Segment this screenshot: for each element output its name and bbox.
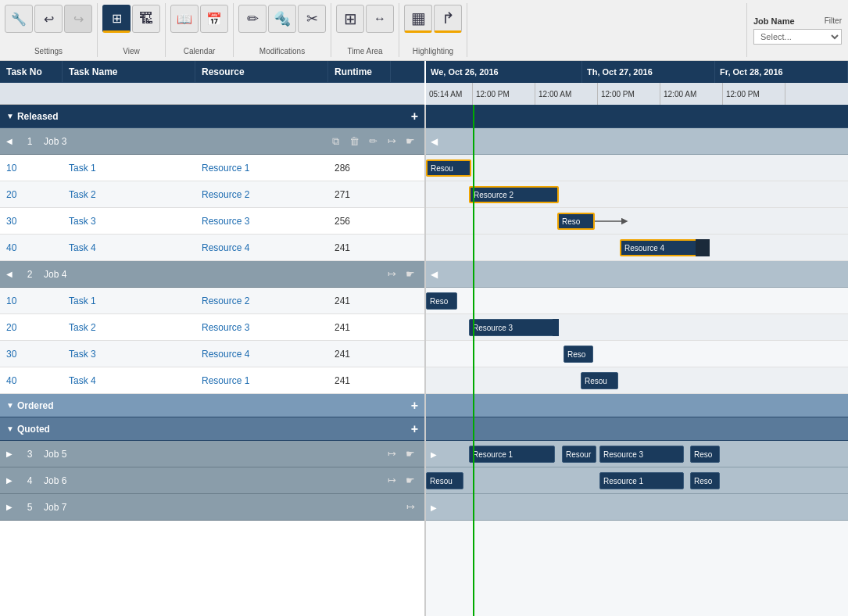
- job6-expand-icon[interactable]: ▶: [6, 476, 13, 485]
- gantt-bar-j2-t40[interactable]: Resou: [581, 372, 618, 389]
- ordered-expand-icon[interactable]: ▼: [6, 401, 14, 410]
- task-no-j2-40[interactable]: 40: [0, 375, 63, 386]
- job2-hand-icon[interactable]: ☛: [403, 267, 418, 282]
- toolbar-group-modifications: ✏ 🔩 ✂ Modifications: [234, 3, 331, 57]
- gantt-bar-j5-1[interactable]: Resource 1: [469, 446, 555, 463]
- gantt-bar-j6-1[interactable]: Resou: [426, 472, 463, 489]
- released-add-button[interactable]: +: [411, 109, 418, 124]
- gantt-job5-row: ▶ Resource 1 Resour Resource 3 Reso: [426, 441, 848, 467]
- calendar-label: Calendar: [184, 47, 216, 56]
- task-no-j2-30[interactable]: 30: [0, 349, 63, 360]
- job5-hand-icon[interactable]: ☛: [403, 446, 418, 462]
- gantt-bar-j1-t30[interactable]: Reso: [557, 213, 595, 230]
- task-no-j1-30[interactable]: 30: [0, 216, 63, 227]
- task-name-j1-10[interactable]: Task 1: [63, 163, 195, 174]
- time-area-compress-button[interactable]: ↔: [366, 5, 394, 33]
- gantt-bar-j1-t20[interactable]: Resource 2: [469, 186, 559, 203]
- section-released[interactable]: ▼ Released +: [0, 105, 424, 128]
- view-layers-button[interactable]: ⊞: [102, 5, 131, 33]
- col-header-resource: Resource: [195, 61, 328, 82]
- job1-hand-icon[interactable]: ☛: [403, 134, 418, 149]
- task-row-j2-t30: 30 Task 3 Resource 4 241: [0, 341, 424, 367]
- gantt-bar-j5-3[interactable]: Resource 3: [599, 446, 684, 463]
- task-no-j1-40[interactable]: 40: [0, 242, 63, 253]
- task-row-j2-t10: 10 Task 1 Resource 2 241: [0, 288, 424, 314]
- gantt-bar-j5-4[interactable]: Reso: [690, 446, 720, 463]
- gantt-section-ordered: [426, 394, 848, 417]
- gantt-bar-j2-t20[interactable]: Resource 3: [469, 319, 555, 336]
- job2-arrow-icon[interactable]: ↦: [384, 267, 399, 282]
- task-no-j2-10[interactable]: 10: [0, 295, 63, 306]
- task-name-j1-30[interactable]: Task 3: [63, 216, 195, 227]
- gantt-job7-expand: ▶: [431, 503, 437, 511]
- released-expand-icon[interactable]: ▼: [6, 112, 14, 120]
- job1-arrow-icon[interactable]: ↦: [384, 134, 399, 149]
- job1-delete-icon[interactable]: 🗑: [346, 134, 362, 149]
- right-gantt: ◀ Resou Resource 2 Reso: [426, 105, 848, 616]
- time-1200am-2: 12:00 AM: [660, 83, 723, 105]
- calendar-book-button[interactable]: 📖: [170, 5, 199, 33]
- modifications-btn1[interactable]: ✏: [238, 5, 267, 33]
- task-name-j1-40[interactable]: Task 4: [63, 242, 195, 253]
- job-row-7: ▶ 5 Job 7 ↦: [0, 494, 424, 521]
- highlighting-btn2[interactable]: ↱: [434, 5, 462, 33]
- gantt-bar-j5-4-label: Reso: [694, 450, 712, 459]
- quoted-add-button[interactable]: +: [411, 422, 418, 436]
- job5-arrow-icon[interactable]: ↦: [384, 446, 399, 462]
- col-header-runtime: Runtime: [328, 61, 391, 82]
- settings-wrench-button[interactable]: 🔧: [5, 5, 33, 33]
- job5-expand-icon[interactable]: ▶: [6, 449, 13, 458]
- modifications-btn3[interactable]: ✂: [298, 5, 326, 33]
- gantt-job2-expand: ◀: [431, 269, 438, 280]
- time-1200am-1: 12:00 AM: [535, 83, 598, 105]
- job7-arrow-icon[interactable]: ↦: [403, 500, 418, 515]
- job1-copy-icon[interactable]: ⧉: [327, 134, 343, 149]
- job1-edit-icon[interactable]: ✏: [365, 134, 381, 149]
- left-table: ▼ Released + ◀ 1 Job 3 ⧉ 🗑 ✏ ↦ ☛ 10: [0, 105, 426, 616]
- task-no-j1-10[interactable]: 10: [0, 163, 63, 174]
- task-name-j2-10[interactable]: Task 1: [63, 295, 195, 306]
- gantt-task-j1-40: Resource 4: [426, 235, 848, 261]
- time-area-expand-button[interactable]: ⊞: [336, 5, 364, 33]
- gantt-bar-j1-t10[interactable]: Resou: [426, 159, 471, 177]
- task-runtime-j1-20: 271: [328, 189, 391, 200]
- gantt-bar-j2-t30[interactable]: Reso: [564, 346, 593, 363]
- job7-expand-icon[interactable]: ▶: [6, 503, 13, 511]
- section-quoted[interactable]: ▼ Quoted +: [0, 417, 424, 441]
- highlighting-btn1[interactable]: ▦: [404, 5, 432, 33]
- gantt-bar-j2-t10[interactable]: Reso: [426, 292, 457, 310]
- ordered-add-button[interactable]: +: [411, 399, 418, 413]
- task-no-j1-20[interactable]: 20: [0, 189, 63, 200]
- job6-hand-icon[interactable]: ☛: [403, 473, 418, 489]
- filter-select[interactable]: Select...: [753, 29, 842, 45]
- job2-num: 2: [16, 269, 44, 280]
- ordered-label: Ordered: [17, 400, 54, 411]
- task-no-j2-20[interactable]: 20: [0, 322, 63, 333]
- task-name-j1-20[interactable]: Task 2: [63, 189, 195, 200]
- quoted-expand-icon[interactable]: ▼: [6, 424, 14, 433]
- task-name-j2-40[interactable]: Task 4: [63, 375, 195, 386]
- settings-undo-button[interactable]: ↩: [34, 5, 63, 33]
- settings-redo-button[interactable]: ↪: [64, 5, 92, 33]
- date-oct26: We, Oct 26, 2016: [426, 61, 582, 83]
- gantt-job1-row: ◀: [426, 128, 848, 155]
- view-label: View: [123, 47, 140, 56]
- gantt-bar-j6-1-label: Resou: [430, 477, 453, 485]
- job6-arrow-icon[interactable]: ↦: [384, 473, 399, 489]
- view-forklift-button[interactable]: 🏗: [132, 5, 160, 33]
- job2-expand-icon[interactable]: ◀: [6, 270, 13, 278]
- toolbar-group-highlighting: ▦ ↱ Highlighting: [399, 3, 467, 57]
- task-name-j2-30[interactable]: Task 3: [63, 349, 195, 360]
- gantt-bar-j6-3[interactable]: Reso: [690, 472, 720, 489]
- modifications-btn2[interactable]: 🔩: [268, 5, 296, 33]
- task-runtime-j2-20: 241: [328, 322, 391, 333]
- job1-expand-icon[interactable]: ◀: [6, 137, 13, 145]
- gantt-bar-j5-2[interactable]: Resour: [562, 446, 596, 463]
- section-ordered[interactable]: ▼ Ordered +: [0, 394, 424, 417]
- calendar-cal-button[interactable]: 📅: [200, 5, 228, 33]
- gantt-bar-j6-2[interactable]: Resource 1: [599, 472, 684, 489]
- gantt-job5-expand: ▶: [431, 449, 437, 458]
- gantt-bar-j1-t40[interactable]: Resource 4: [620, 239, 698, 256]
- task-name-j2-20[interactable]: Task 2: [63, 322, 195, 333]
- task-row-j1-t20: 20 Task 2 Resource 2 271: [0, 181, 424, 208]
